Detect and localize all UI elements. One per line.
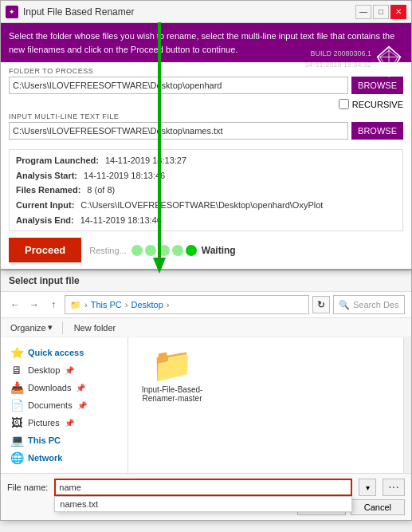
new-folder-button[interactable]: New folder (69, 321, 121, 334)
svg-marker-5 (153, 258, 166, 274)
dot-1 (131, 245, 143, 256)
star-icon: ⭐ (10, 346, 23, 359)
back-button[interactable]: ← (7, 297, 23, 313)
dialog-title: Select input file (9, 275, 80, 286)
open-area-button[interactable]: ⋯ (383, 479, 405, 496)
app-icon: ✦ (6, 6, 18, 18)
input-file-input[interactable] (9, 122, 348, 140)
sidebar-item-downloads[interactable]: 📥 Downloads 📌 (1, 379, 128, 396)
filename-input-wrap: names.txt (54, 479, 352, 496)
organize-chevron-icon: ▾ (48, 322, 53, 333)
file-area: 📁 Input-File-Based-Renamer-master (128, 337, 403, 473)
dot-5 (186, 245, 197, 256)
cancel-button[interactable]: Cancel (351, 499, 405, 515)
input-browse-button[interactable]: BROWSE (351, 122, 403, 140)
sidebar-nav: ⭐ Quick access 🖥 Desktop 📌 📥 Downloads 📌… (1, 337, 128, 473)
desktop-label: Desktop (28, 365, 60, 375)
up-button[interactable]: ↑ (45, 297, 61, 313)
documents-label: Documents (28, 400, 73, 410)
resting-text: Resting... (89, 246, 126, 255)
search-box[interactable]: 🔍 Search Des (333, 295, 405, 314)
info-label-2: Analysis Start: (16, 168, 77, 183)
organize-label: Organize (10, 323, 46, 333)
dialog-title-bar: Select input file (1, 270, 411, 292)
info-row-5: Analysis End: 14-11-2019 18:13:46 (16, 213, 396, 228)
file-dialog: Select input file ← → ↑ 📁 › This PC › De… (0, 270, 412, 521)
desktop-pin-icon: 📌 (65, 366, 74, 375)
organize-button[interactable]: Organize ▾ (7, 321, 56, 334)
nav-path: 📁 › This PC › Desktop › (65, 295, 309, 314)
filename-dropdown-button[interactable]: ▾ (359, 479, 376, 496)
folder-icon: 📁 (151, 349, 193, 382)
pictures-pin-icon: 📌 (65, 419, 74, 428)
action-bar: Proceed Resting... Waiting (1, 231, 411, 269)
sidebar-item-quick-access[interactable]: ⭐ Quick access (1, 344, 128, 361)
app-window: ✦ Input File Based Renamer — □ ✕ Select … (0, 0, 412, 270)
input-label: INPUT MULTI-LINE TEXT FILE (9, 112, 403, 120)
forward-button[interactable]: → (26, 297, 42, 313)
window-controls: — □ ✕ (355, 5, 406, 19)
dialog-bottom: File name: names.txt ▾ ⋯ Open Cancel (1, 473, 411, 520)
filename-label: File name: (7, 483, 48, 492)
app-title: Input File Based Renamer (23, 6, 355, 18)
folder-row: BROWSE (9, 77, 403, 94)
filename-input[interactable] (54, 479, 352, 496)
maximize-button[interactable]: □ (373, 5, 389, 19)
pictures-label: Pictures (28, 418, 60, 428)
info-label-1: Program Launched: (16, 153, 99, 168)
nav-folder-icon: 📁 (70, 300, 81, 310)
input-row: BROWSE (9, 122, 403, 140)
documents-pin-icon: 📌 (77, 401, 87, 410)
purple-header: Select the folder whose files you wish t… (1, 23, 411, 62)
folder-section: FOLDER TO PROCESS BROWSE RECURSIVE INPUT… (1, 62, 411, 149)
sidebar-item-documents[interactable]: 📄 Documents 📌 (1, 396, 128, 414)
downloads-icon: 📥 (10, 381, 23, 394)
title-bar: ✦ Input File Based Renamer — □ ✕ (1, 1, 411, 23)
folder-browse-button[interactable]: BROWSE (351, 77, 403, 94)
nav-desktop[interactable]: Desktop (131, 300, 163, 309)
info-label-4: Current Input: (16, 198, 74, 213)
this-pc-icon: 💻 (10, 434, 23, 447)
recursive-label: RECURSIVE (352, 100, 403, 109)
quick-access-label: Quick access (28, 348, 84, 357)
info-value-4: C:\Users\ILOVEFREESOFTWARE\Desktop\openh… (80, 198, 323, 213)
dialog-nav-bar: ← → ↑ 📁 › This PC › Desktop › ↻ 🔍 Search… (1, 292, 411, 318)
recursive-checkbox[interactable] (339, 99, 349, 109)
file-item-name: Input-File-Based-Renamer-master (139, 385, 205, 403)
green-arrow (151, 22, 167, 278)
info-value-3: 8 (of 8) (87, 183, 115, 198)
build-number: BUILD 20080306.1 (304, 49, 371, 60)
filename-option-names-txt[interactable]: names.txt (55, 497, 351, 511)
pictures-icon: 🖼 (10, 416, 23, 429)
minimize-button[interactable]: — (355, 5, 371, 19)
info-row-4: Current Input: C:\Users\ILOVEFREESOFTWAR… (16, 198, 396, 213)
build-datetime: 14-11-2019 19:34:32 (304, 60, 371, 71)
filename-row: File name: names.txt ▾ ⋯ (7, 479, 405, 496)
downloads-pin-icon: 📌 (76, 384, 85, 392)
info-row-2: Analysis Start: 14-11-2019 18:13:46 (16, 168, 396, 183)
info-row-1: Program Launched: 14-11-2019 18:13:27 (16, 153, 396, 168)
sidebar-item-this-pc[interactable]: 💻 This PC (1, 432, 128, 449)
search-icon: 🔍 (339, 300, 350, 310)
this-pc-label: This PC (28, 435, 61, 445)
network-icon: 🌐 (10, 451, 23, 464)
info-label-3: Files Renamed: (16, 183, 80, 198)
close-button[interactable]: ✕ (390, 5, 406, 19)
filename-dropdown: names.txt (54, 496, 352, 512)
network-label: Network (28, 453, 62, 463)
nav-this-pc[interactable]: This PC (91, 300, 122, 309)
build-info: BUILD 20080306.1 14-11-2019 19:34:32 (304, 49, 371, 70)
scrollbar[interactable] (403, 337, 411, 473)
info-value-5: 14-11-2019 18:13:46 (80, 213, 162, 228)
folder-input[interactable] (9, 77, 348, 94)
status-section: Resting... Waiting (89, 245, 403, 256)
info-value-1: 14-11-2019 18:13:27 (105, 153, 186, 168)
sidebar-item-desktop[interactable]: 🖥 Desktop 📌 (1, 361, 128, 379)
documents-icon: 📄 (10, 399, 23, 412)
file-item-renamer-master[interactable]: 📁 Input-File-Based-Renamer-master (136, 345, 208, 406)
sidebar-item-network[interactable]: 🌐 Network (1, 449, 128, 467)
sidebar-item-pictures[interactable]: 🖼 Pictures 📌 (1, 414, 128, 432)
proceed-button[interactable]: Proceed (9, 238, 81, 262)
refresh-button[interactable]: ↻ (312, 296, 330, 313)
recursive-row: RECURSIVE (9, 99, 403, 109)
